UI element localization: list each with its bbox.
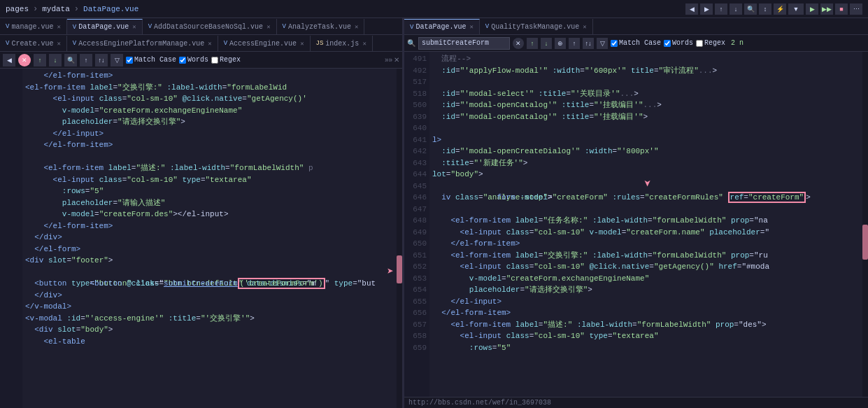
right-tab-datapage[interactable]: V DataPage.vue ✕ — [404, 19, 480, 34]
left-code-body[interactable]: </el-form-item> <el-form-item label="交换引… — [22, 69, 397, 408]
tab-manage[interactable]: V manage.vue ✕ — [0, 19, 67, 34]
manage-close[interactable]: ✕ — [57, 23, 60, 31]
search-nav-up2[interactable]: ↑ — [34, 54, 46, 66]
nav-stop[interactable]: ■ — [835, 3, 848, 15]
left-scrollbar-thumb[interactable] — [397, 255, 402, 283]
right-tab-bar: V DataPage.vue ✕ V QualityTaskManage.vue… — [404, 18, 868, 35]
adddatasource-vue-icon: V — [148, 23, 152, 30]
nav-back[interactable]: ◀ — [685, 3, 698, 15]
adddatasource-label: AddDataSourceBaseNoSql.vue — [154, 23, 263, 31]
right-search-count: 2 n — [731, 39, 744, 47]
left-regex-text: Regex — [220, 56, 241, 64]
right-match-case-label[interactable]: Match Case — [611, 39, 661, 47]
nav-up[interactable]: ↑ — [715, 3, 727, 15]
nav-play[interactable]: ▶ — [806, 3, 818, 15]
tab-accessengine[interactable]: V AccessEngine.vue ✕ — [218, 36, 311, 51]
right-code-body[interactable]: 流程--> :id="'applyFlow-modal'" :width="'6… — [429, 52, 862, 397]
nav-sort1[interactable]: ↕ — [759, 3, 771, 15]
tab-accessengineplatform[interactable]: V AccessEnginePlatformManage.vue ✕ — [67, 36, 218, 51]
right-words-checkbox[interactable] — [664, 40, 671, 47]
top-bar: pages › mydata › DataPage.vue ◀ ▶ ↑ ↓ 🔍 … — [0, 0, 868, 18]
nav-dropdown[interactable]: ▼ — [788, 3, 804, 15]
nav-down[interactable]: ↓ — [730, 3, 742, 15]
right-search-bar: 🔍 ✕ ↑ ↓ ⊕ ↑ ↑↓ ▽ Match Case Words — [404, 35, 868, 52]
left-words-label[interactable]: Words — [179, 56, 208, 64]
create-label: Create.vue — [11, 40, 53, 48]
left-line-numbers — [0, 69, 22, 408]
nav-play2[interactable]: ▶▶ — [820, 3, 833, 15]
nav-search[interactable]: 🔍 — [744, 3, 757, 15]
search-nav-sort4[interactable]: ↑↓ — [95, 54, 108, 66]
left-tab-bar-2: V Create.vue ✕ V AccessEnginePlatformMan… — [0, 35, 402, 52]
nav-forward[interactable]: ▶ — [700, 3, 713, 15]
left-search-expand[interactable]: »» ✕ — [385, 56, 399, 64]
right-line-numbers: 491 492 517 518 560 639 640 641 642 643 … — [404, 52, 429, 397]
right-qt-close[interactable]: ✕ — [583, 23, 586, 31]
search-nav-sort3[interactable]: ↑ — [80, 54, 92, 66]
search-nav-filter[interactable]: ▽ — [111, 54, 123, 66]
left-expand-btn[interactable]: »» — [385, 56, 392, 64]
right-words-label[interactable]: Words — [664, 39, 693, 47]
datapage-close[interactable]: ✕ — [132, 23, 136, 31]
right-search-down[interactable]: ↓ — [541, 38, 552, 49]
right-dp-close[interactable]: ✕ — [469, 23, 473, 31]
right-match-case-text: Match Case — [619, 39, 661, 47]
datapage-label: DataPage.vue — [78, 23, 129, 31]
search-nav-down2[interactable]: ↓ — [49, 54, 62, 66]
right-search-icon: 🔍 — [407, 39, 415, 48]
top-bar-right: ◀ ▶ ↑ ↓ 🔍 ↕ ⚡ ▼ ▶ ▶▶ ■ ⋯ — [685, 3, 862, 15]
right-search-magnify[interactable]: ⊕ — [555, 38, 566, 49]
tab-create[interactable]: V Create.vue ✕ — [0, 36, 67, 51]
right-tab-qualitytask[interactable]: V QualityTaskManage.vue ✕ — [480, 19, 593, 34]
left-tab-bar-1: V manage.vue ✕ V DataPage.vue ✕ V AddDat… — [0, 18, 402, 35]
datapage-vue-icon: V — [73, 24, 76, 31]
right-search-filter2[interactable]: ▽ — [597, 38, 608, 49]
left-editor: </el-form-item> <el-form-item label="交换引… — [0, 69, 402, 408]
tab-indexjs[interactable]: JS index.js ✕ — [311, 36, 373, 51]
left-regex-label[interactable]: Regex — [211, 56, 241, 64]
breadcrumb-mydata[interactable]: mydata — [42, 5, 70, 13]
analyzetask-vue-icon: V — [283, 23, 286, 30]
left-words-text: Words — [187, 56, 208, 64]
search-nav-close[interactable]: ✕ — [18, 54, 31, 66]
tab-adddatasource[interactable]: V AddDataSourceBaseNoSql.vue ✕ — [143, 19, 277, 34]
right-search-sort6[interactable]: ↑↓ — [583, 38, 594, 49]
adddatasource-close[interactable]: ✕ — [266, 23, 270, 31]
right-regex-label[interactable]: Regex — [696, 39, 725, 47]
breadcrumb-sep2: › — [74, 4, 79, 14]
right-regex-checkbox[interactable] — [696, 40, 703, 47]
right-search-up[interactable]: ↑ — [527, 38, 538, 49]
aep-close[interactable]: ✕ — [208, 40, 211, 48]
status-url: http://bbs.csdn.net/wef/in_3697038 — [408, 399, 551, 407]
tab-analyzetask[interactable]: V AnalyzeTask.vue ✕ — [277, 19, 365, 34]
left-match-case-label[interactable]: Match Case — [126, 56, 176, 64]
left-scrollbar[interactable] — [397, 69, 402, 408]
search-nav-back[interactable]: ◀ — [3, 54, 15, 66]
left-match-case-checkbox[interactable] — [126, 57, 133, 64]
create-close[interactable]: ✕ — [57, 40, 60, 48]
search-nav-search2[interactable]: 🔍 — [64, 54, 77, 66]
right-search-sort5[interactable]: ↑ — [569, 38, 580, 49]
right-scrollbar[interactable] — [862, 52, 868, 397]
left-regex-checkbox[interactable] — [211, 57, 218, 64]
create-vue-icon: V — [6, 40, 9, 47]
ae-vue-icon: V — [224, 40, 227, 47]
indexjs-icon: JS — [316, 40, 324, 47]
indexjs-close[interactable]: ✕ — [362, 40, 366, 48]
right-dp-label: DataPage.vue — [415, 23, 466, 31]
analyzetask-label: AnalyzeTask.vue — [288, 23, 351, 31]
right-search-clear[interactable]: ✕ — [513, 38, 524, 49]
tab-datapage[interactable]: V DataPage.vue ✕ — [67, 19, 143, 34]
ae-close[interactable]: ✕ — [300, 40, 304, 48]
right-dp-icon: V — [410, 24, 413, 31]
right-search-input[interactable] — [418, 37, 510, 50]
right-scrollbar-thumb[interactable] — [862, 225, 868, 260]
nav-sort2[interactable]: ⚡ — [774, 3, 786, 15]
right-match-case-checkbox[interactable] — [611, 40, 618, 47]
left-close-search[interactable]: ✕ — [394, 56, 399, 64]
manage-label: manage.vue — [11, 23, 53, 31]
breadcrumb-pages[interactable]: pages — [6, 5, 29, 13]
analyzetask-close[interactable]: ✕ — [355, 23, 358, 31]
nav-more[interactable]: ⋯ — [850, 3, 862, 15]
left-words-checkbox[interactable] — [179, 57, 186, 64]
